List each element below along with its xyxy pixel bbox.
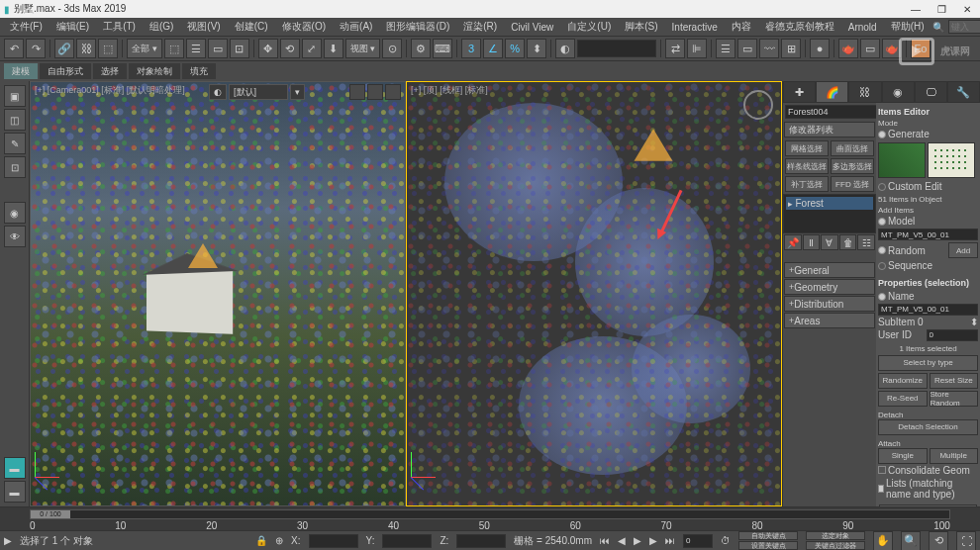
reset-size-button[interactable]: Reset Size <box>930 373 979 389</box>
rollout-general[interactable]: + General <box>784 262 875 278</box>
modify-tab[interactable]: 🌈 <box>816 81 848 103</box>
menu-rendering[interactable]: 渲染(R) <box>457 20 503 34</box>
stack-forest[interactable]: ▸ Forest <box>786 197 873 210</box>
search-input[interactable] <box>948 20 980 34</box>
schematic-button[interactable]: ⊞ <box>781 39 801 58</box>
y-input[interactable] <box>382 534 432 548</box>
link-button[interactable]: 🔗 <box>54 39 74 58</box>
meshsel-button[interactable]: 网格选择 <box>785 140 829 156</box>
randomize-button[interactable]: Randomize <box>878 373 928 389</box>
reseed-button[interactable]: Re-Seed <box>878 391 928 407</box>
vp1-layer2-button[interactable] <box>367 84 383 100</box>
curve-editor-button[interactable]: 〰 <box>759 39 779 58</box>
model-name-input[interactable] <box>878 229 978 240</box>
paint-sel-button[interactable]: ✎ <box>4 133 26 154</box>
hierarchy-tab[interactable]: ⛓ <box>848 81 881 103</box>
refcoord-dropdown[interactable]: 视图 ▾ <box>345 39 381 58</box>
menu-help[interactable]: 帮助(H) <box>885 20 931 34</box>
modifier-list-dropdown[interactable]: 修改器列表 <box>784 122 875 138</box>
isolate-button[interactable]: ◉ <box>4 202 26 224</box>
play-prev-button[interactable]: ◀ <box>618 535 626 546</box>
nav-zoom-button[interactable]: 🔍 <box>901 531 921 551</box>
menu-edit[interactable]: 编辑(E) <box>50 20 95 34</box>
create-tab[interactable]: ✚ <box>783 81 816 103</box>
lock-icon[interactable]: 🔒 <box>255 535 267 546</box>
autokey-button[interactable]: 自动关键点 <box>738 531 798 540</box>
vp1-shading-dd[interactable]: [默认] <box>229 84 288 100</box>
make-unique-button[interactable]: ∀ <box>821 234 838 250</box>
sec-camera[interactable]: + Camera <box>879 504 977 507</box>
menu-tools[interactable]: 工具(T) <box>97 20 142 34</box>
selfilter-dropdown[interactable]: 全部 ▾ <box>127 39 162 58</box>
menu-scripting[interactable]: 脚本(S) <box>619 20 663 34</box>
tab-selection[interactable]: 选择 <box>93 63 127 79</box>
spinnersnap-button[interactable]: ⬍ <box>527 39 546 58</box>
polysel-button[interactable]: 多边形选择 <box>831 158 874 174</box>
rollout-geometry[interactable]: + Geometry <box>784 279 875 295</box>
undo-button[interactable]: ↶ <box>4 39 24 58</box>
tab-populate[interactable]: 填充 <box>182 63 216 79</box>
rotate-button[interactable]: ⟲ <box>280 39 300 58</box>
move-button[interactable]: ✥ <box>258 39 278 58</box>
namedsel-input[interactable] <box>577 40 656 57</box>
close-button[interactable]: ✕ <box>958 2 976 16</box>
vp1-shading-icon[interactable]: ◐ <box>209 84 227 100</box>
vp1-layer3-button[interactable] <box>385 84 401 100</box>
editnamedsel-button[interactable]: ◐ <box>555 39 575 58</box>
play-button[interactable]: ▶ <box>634 535 641 546</box>
vp1-label[interactable]: [+] [Camera001] [标准] [默认明暗处理] <box>35 84 185 97</box>
splinesel-button[interactable]: 样条线选择 <box>785 158 829 174</box>
nav-pan-button[interactable]: ✋ <box>873 531 893 551</box>
minimize-button[interactable]: — <box>907 2 925 16</box>
play-next-button[interactable]: ▶ <box>649 535 657 546</box>
sequence-radio[interactable] <box>878 262 886 270</box>
lists-cb[interactable] <box>878 485 884 493</box>
attach-multiple-button[interactable]: Multiple <box>930 448 979 464</box>
scale-button[interactable]: ⤢ <box>302 39 322 58</box>
viewport-top[interactable]: [+] [顶] [线框] [标准] <box>406 81 782 506</box>
selregion-button[interactable]: ▭ <box>208 39 228 58</box>
sel-object-button[interactable]: ▣ <box>4 85 26 107</box>
mode-custom-radio[interactable] <box>878 183 886 191</box>
remove-mod-button[interactable]: 🗑 <box>839 234 857 250</box>
ltf1-button[interactable]: ▬ <box>4 457 26 479</box>
nav-max-button[interactable]: ⛶ <box>956 531 976 551</box>
anglesnap-button[interactable]: ∠ <box>483 39 503 58</box>
ffdsel-button[interactable]: FFD 选择 <box>831 176 874 192</box>
forest-button[interactable]: Fo <box>911 39 931 58</box>
misc-button[interactable]: ⊡ <box>4 156 26 178</box>
viewcube[interactable] <box>743 90 773 120</box>
tab-modeling[interactable]: 建模 <box>4 63 38 79</box>
viewport-camera[interactable]: [+] [Camera001] [标准] [默认明暗处理] ◐ [默认] ▾ <box>30 81 406 506</box>
pin-stack-button[interactable]: 📌 <box>784 234 802 250</box>
unhide-button[interactable]: 👁 <box>4 226 26 247</box>
menu-tutorial[interactable]: 睿德克原创教程 <box>759 20 840 34</box>
object-name-input[interactable] <box>785 105 876 119</box>
material-editor-button[interactable]: ● <box>810 39 830 58</box>
toggle-ribbon-button[interactable]: ▭ <box>737 39 757 58</box>
time-config-button[interactable]: ⏱ <box>721 535 731 546</box>
utilities-tab[interactable]: 🔧 <box>947 81 980 103</box>
menu-content[interactable]: 内容 <box>726 20 757 34</box>
motion-tab[interactable]: ◉ <box>882 81 915 103</box>
select-by-type-button[interactable]: Select by type <box>878 355 978 371</box>
attach-single-button[interactable]: Single <box>878 448 928 464</box>
render-setup-button[interactable]: 🫖 <box>838 39 858 58</box>
add-item-button[interactable]: Add <box>948 242 978 258</box>
menu-views[interactable]: 视图(V) <box>181 20 226 34</box>
rollout-areas[interactable]: + Areas <box>784 313 875 328</box>
name-radio[interactable] <box>878 293 886 301</box>
redo-button[interactable]: ↷ <box>26 39 46 58</box>
selfilter-button[interactable]: 选定对象 <box>806 531 865 540</box>
store-random-button[interactable]: Store Random <box>930 391 979 407</box>
frame-input[interactable] <box>683 534 713 548</box>
nav-orbit-button[interactable]: ⟲ <box>929 531 948 551</box>
config-button[interactable]: ☷ <box>857 234 875 250</box>
mode-generate-radio[interactable] <box>878 131 886 138</box>
time-track[interactable]: 0 / 100 <box>30 509 950 519</box>
tab-freeform[interactable]: 自由形式 <box>40 63 91 79</box>
rollout-distribution[interactable]: + Distribution <box>784 296 875 312</box>
maxscript-icon[interactable]: ▶ <box>4 535 12 546</box>
manipulate-button[interactable]: ⚙ <box>411 39 431 58</box>
pivot-button[interactable]: ⊙ <box>382 39 402 58</box>
